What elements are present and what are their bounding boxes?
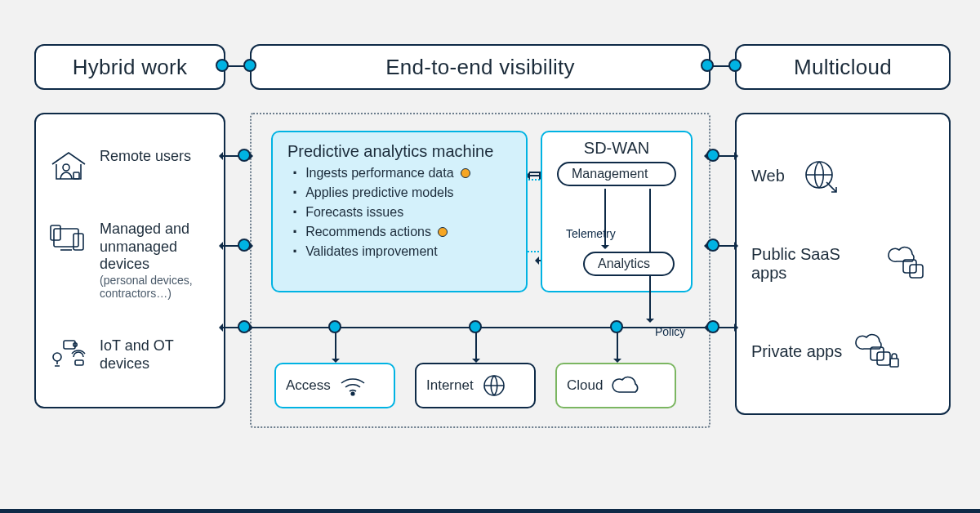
svg-point-9 <box>351 392 354 395</box>
devices-icon <box>47 221 90 256</box>
node-dot-icon <box>238 149 251 162</box>
node-dot-icon <box>469 320 482 333</box>
header-multicloud: Multicloud <box>735 44 951 90</box>
cloud-apps-icon <box>885 245 934 283</box>
internet-box: Internet <box>415 363 536 408</box>
svg-rect-8 <box>75 360 83 365</box>
svg-rect-16 <box>890 359 898 367</box>
saas-row: Public SaaS apps <box>737 245 949 283</box>
internet-label: Internet <box>426 377 474 394</box>
devices-label: Managed and unmanaged devices <box>100 221 212 274</box>
header-visibility: End-to-end visibility <box>250 44 710 90</box>
node-dot-icon <box>216 59 229 72</box>
iot-label: IoT and OT devices <box>100 337 212 372</box>
web-globe-icon <box>796 158 845 195</box>
private-cloud-icon <box>853 332 902 370</box>
cloud-label: Cloud <box>567 377 603 394</box>
svg-rect-1 <box>74 172 79 179</box>
node-dot-icon <box>728 59 742 72</box>
footer-rule <box>0 509 980 513</box>
cloud-box: Cloud <box>555 363 676 408</box>
sdwan-management-pill: Management <box>557 162 676 186</box>
devices-sublabel: (personal devices, contractors…) <box>100 274 212 300</box>
sdwan-analytics-pill: Analytics <box>583 252 675 276</box>
web-row: Web <box>737 158 949 195</box>
node-dot-icon <box>238 239 251 252</box>
predictive-analytics-box: Predictive analytics machine Ingests per… <box>271 131 528 292</box>
predictive-title: Predictive analytics machine <box>287 142 511 161</box>
header-hybrid-work: Hybrid work <box>34 44 225 90</box>
arrowhead-icon <box>531 256 539 265</box>
wifi-icon <box>339 375 367 396</box>
predictive-item: Validates improvement <box>287 244 511 259</box>
iot-devices-icon <box>47 337 90 370</box>
svg-point-7 <box>53 353 61 361</box>
data-point-icon <box>438 227 448 237</box>
access-label: Access <box>286 377 331 394</box>
node-dot-icon <box>328 320 341 333</box>
node-dot-icon <box>610 320 623 333</box>
predictive-item: Ingests performance data <box>287 166 511 181</box>
telemetry-label: Telemetry <box>566 227 616 240</box>
predictive-item: Recommends actions <box>287 225 511 239</box>
private-apps-label: Private apps <box>751 342 842 361</box>
diagram-stage: Hybrid work End-to-end visibility Multic… <box>0 0 980 513</box>
remote-users-label: Remote users <box>100 148 191 166</box>
predictive-item: Applies predictive models <box>287 185 511 200</box>
web-label: Web <box>751 167 785 185</box>
sdwan-title: SD-WAN <box>542 139 691 158</box>
private-apps-row: Private apps <box>737 332 949 370</box>
devices-label-wrap: Managed and unmanaged devices (personal … <box>100 221 212 300</box>
iot-row: IoT and OT devices <box>36 337 224 372</box>
node-dot-icon <box>701 59 714 72</box>
globe-icon <box>482 373 506 398</box>
policy-label: Policy <box>655 325 685 338</box>
node-dot-icon <box>706 320 719 333</box>
svg-point-0 <box>63 164 69 171</box>
data-point-icon <box>461 168 470 178</box>
node-dot-icon <box>706 149 719 162</box>
svg-rect-2 <box>54 229 78 247</box>
node-dot-icon <box>706 239 719 252</box>
predictive-item: Forecasts issues <box>287 205 511 220</box>
access-box: Access <box>274 363 395 408</box>
svg-rect-4 <box>51 225 60 240</box>
multicloud-panel: Web Public SaaS apps Private apps <box>735 113 951 415</box>
cloud-icon <box>611 376 642 395</box>
node-dot-icon <box>238 320 251 333</box>
saas-label: Public SaaS apps <box>751 245 874 283</box>
remote-users-row: Remote users <box>36 148 224 182</box>
devices-row: Managed and unmanaged devices (personal … <box>36 221 224 300</box>
hybrid-work-panel: Remote users Managed and unmanaged devic… <box>34 113 225 408</box>
node-dot-icon <box>243 59 256 72</box>
remote-user-icon <box>47 148 90 182</box>
